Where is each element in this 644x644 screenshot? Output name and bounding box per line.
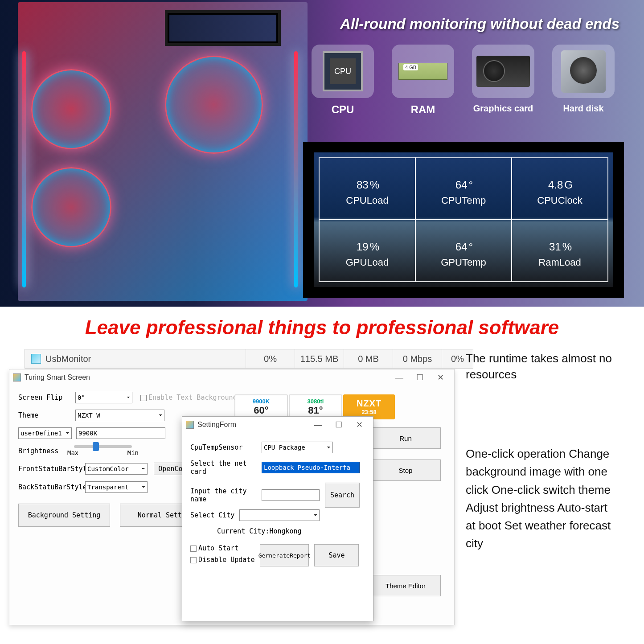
close-button[interactable]: ✕ <box>430 370 451 385</box>
theme-editor-button[interactable]: Theme Editor <box>370 575 441 596</box>
feature-ram: RAM <box>387 45 459 129</box>
maximize-button[interactable]: ☐ <box>410 370 430 385</box>
tm-network: 0 Mbps <box>393 349 442 368</box>
background-setting-button[interactable]: Background Setting <box>18 504 110 527</box>
popup-titlebar: SettingForm — ☐ ✕ <box>182 417 373 433</box>
city-input[interactable] <box>262 489 320 501</box>
software-section: Leave professional things to professiona… <box>0 307 644 644</box>
disable-update-checkbox[interactable] <box>190 557 197 563</box>
feature-hdd: Hard disk <box>547 45 619 129</box>
hdd-icon <box>561 50 606 93</box>
netcard-label: Select the net card <box>190 459 262 476</box>
main-titlebar: Turing Smart Screen — ☐ ✕ <box>9 369 454 386</box>
city-input-label: Input the city name <box>190 487 262 503</box>
runtime-description: The runtime takes almost no resources <box>466 350 613 383</box>
userdefine-input[interactable] <box>76 427 165 439</box>
feature-gpu: Graphics card <box>467 45 539 129</box>
backstyle-label: BackStatuBarStyle <box>18 483 85 491</box>
netcard-select[interactable]: Loopback Pseudo-Interface 1 <box>262 462 360 473</box>
hero-section: All-round monitoring without dead ends C… <box>0 0 644 307</box>
software-headline: Leave professional things to professiona… <box>0 316 644 339</box>
stop-button[interactable]: Stop <box>370 459 441 481</box>
popup-maximize-button[interactable]: ☐ <box>328 418 349 432</box>
save-button[interactable]: Save <box>314 544 359 566</box>
cpu-icon <box>323 51 363 91</box>
brightness-slider[interactable] <box>74 445 132 448</box>
feature-cpu: CPU <box>307 45 379 129</box>
process-name: UsbMonitor <box>45 354 91 364</box>
stat-gputemp: 64°GPUTemp <box>415 219 512 282</box>
tm-memory: 115.5 MB <box>295 349 344 368</box>
tm-disk: 0 MB <box>344 349 393 368</box>
select-city-select[interactable] <box>239 509 320 521</box>
stats-panel: 83%CPULoad 64°CPUTemp 4.8GCPUClock 19%GP… <box>303 142 624 298</box>
enable-text-bg-checkbox[interactable] <box>140 395 147 401</box>
popup-title: SettingForm <box>197 421 236 429</box>
run-button[interactable]: Run <box>370 427 441 449</box>
app-title: Turing Smart Screen <box>25 373 90 381</box>
brightness-label: Brightness <box>18 447 63 455</box>
cpu-sensor-label: CpuTempSensor <box>190 443 262 451</box>
generate-report-button[interactable]: GernerateReport <box>260 544 309 566</box>
pc-case-image <box>18 2 308 301</box>
screen-preview: 9900K60° 3080ti81° NZXT23:58 <box>234 394 395 419</box>
app-icon <box>13 373 21 381</box>
stat-cputemp: 64°CPUTemp <box>415 157 512 220</box>
screen-flip-select[interactable]: 0° <box>75 392 132 403</box>
frontstyle-select[interactable]: CustomColor <box>85 463 148 475</box>
gpu-icon <box>476 56 530 87</box>
stat-cpuload: 83%CPULoad <box>319 157 416 220</box>
search-button[interactable]: Search <box>325 483 360 508</box>
ram-icon <box>398 63 447 80</box>
theme-label: Theme <box>18 411 75 419</box>
popup-minimize-button[interactable]: — <box>308 418 328 432</box>
features-description: One-click operation Change background im… <box>466 445 617 553</box>
cpu-sensor-select[interactable]: CPU Package <box>262 442 333 453</box>
minimize-button[interactable]: — <box>389 370 410 385</box>
popup-close-button[interactable]: ✕ <box>349 418 369 432</box>
stat-gpuload: 19%GPULoad <box>319 219 416 282</box>
backstyle-select[interactable]: Transparent <box>85 481 148 493</box>
process-icon <box>31 354 41 364</box>
auto-start-checkbox[interactable] <box>190 546 197 552</box>
stat-ramload: 31%RamLoad <box>511 219 608 282</box>
feature-row: CPU RAM Graphics card Hard disk <box>307 45 619 129</box>
screen-flip-label: Screen Flip <box>18 394 75 402</box>
settings-popup: SettingForm — ☐ ✕ CpuTempSensor CPU Pack… <box>182 416 373 621</box>
userdefine-select[interactable]: userDefine1 <box>18 427 72 439</box>
select-city-label: Select City <box>190 511 239 519</box>
popup-icon <box>186 421 194 429</box>
frontstyle-label: FrontStatuBarStyle <box>18 465 85 473</box>
monitoring-headline: All-round monitoring without dead ends <box>340 16 619 33</box>
theme-select[interactable]: NZXT_W <box>75 410 164 421</box>
tm-cpu: 0% <box>246 349 295 368</box>
taskmgr-row: UsbMonitor 0% 115.5 MB 0 MB 0 Mbps 0% <box>25 349 473 369</box>
current-city-text: Current City:Hongkong <box>217 527 302 535</box>
stat-cpuclock: 4.8GCPUClock <box>511 157 608 220</box>
